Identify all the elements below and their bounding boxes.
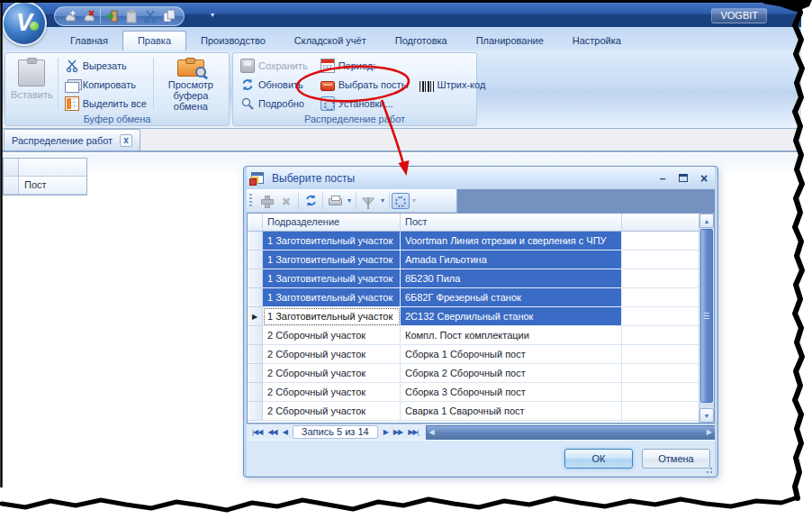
cell-filler xyxy=(622,326,699,345)
grid-row[interactable]: ▶1 Заготовительный участок2С132 Сверлиль… xyxy=(248,307,699,326)
grid-row[interactable]: 1 Заготовительный участок6Б82Г Фрезерный… xyxy=(248,288,699,307)
barcode-button[interactable]: Штрих-код xyxy=(416,76,490,94)
grid-row[interactable]: 2 Сборочный участокСборка 2 Сборочный по… xyxy=(248,364,699,383)
details-button[interactable]: Подробно xyxy=(237,95,311,112)
column-header-unit[interactable]: Подразделение xyxy=(263,214,401,232)
nav-last-icon[interactable]: ▶▶| xyxy=(405,428,420,436)
cell-unit[interactable]: 1 Заготовительный участок xyxy=(263,250,401,269)
resize-grip[interactable] xyxy=(704,465,713,474)
cell-post[interactable]: 6Б82Г Фрезерный станок xyxy=(401,288,622,307)
cell-post[interactable]: Сварка 1 Сварочный пост xyxy=(401,402,622,421)
nav-first-icon[interactable]: |◀◀ xyxy=(249,428,265,436)
scroll-up-icon[interactable]: ▲ xyxy=(699,214,714,228)
cell-post[interactable]: 8Б230 Пила xyxy=(401,269,622,288)
grid-row[interactable]: 1 Заготовительный участок8Б230 Пила xyxy=(248,269,699,288)
row-header[interactable] xyxy=(248,402,263,421)
ribbon-tab[interactable]: Настройка xyxy=(558,32,636,50)
paste-icon-small[interactable] xyxy=(123,9,139,23)
select-all-button[interactable]: Выделить все xyxy=(61,95,150,112)
minimize-icon[interactable]: – xyxy=(655,172,670,185)
row-header[interactable] xyxy=(248,269,263,288)
row-header[interactable] xyxy=(248,288,263,307)
print-dropdown-icon[interactable]: ▾ xyxy=(345,196,354,205)
nav-prev-icon[interactable]: ◀ xyxy=(280,428,290,436)
cell-unit[interactable]: 2 Сборочный участок xyxy=(263,364,401,383)
cell-unit[interactable]: 2 Сборочный участок xyxy=(263,402,401,421)
cell-post[interactable]: Voortman Линия отрезки и сверления с ЧПУ xyxy=(401,232,622,250)
scrollbar-thumb[interactable] xyxy=(700,229,713,403)
ok-button[interactable]: ОК xyxy=(564,449,633,469)
maximize-icon[interactable] xyxy=(676,172,690,185)
scroll-right-icon[interactable]: ▶ xyxy=(707,428,712,436)
grid-row[interactable]: 2 Сборочный участокСборка 3 Сборочный по… xyxy=(248,383,699,402)
cut-icon-small[interactable] xyxy=(142,9,158,23)
row-header[interactable] xyxy=(248,232,263,250)
cell-post[interactable]: Сборка 1 Сборочный пост xyxy=(401,345,622,364)
nav-next-page-icon[interactable]: ▶▶ xyxy=(391,428,405,436)
ribbon-tab[interactable]: Производство xyxy=(186,32,280,50)
qat-overflow-chevron-icon[interactable]: ▾ xyxy=(211,11,214,19)
grid-row[interactable]: 2 Сборочный участокКомпл. Пост комплекта… xyxy=(248,326,699,345)
copy-icon xyxy=(65,82,79,93)
grid-row[interactable]: 1 Заготовительный участокVoortman Линия … xyxy=(248,232,699,250)
row-header[interactable] xyxy=(248,383,263,402)
grid-row[interactable]: 1 Заготовительный участокAmada Гильотина xyxy=(248,250,699,269)
cut-button[interactable]: Вырезать xyxy=(61,57,150,74)
scroll-left-icon[interactable]: ◀ xyxy=(429,428,435,436)
filter-dropdown-icon[interactable]: ▾ xyxy=(378,196,387,205)
print-button[interactable] xyxy=(325,192,345,210)
doc-tab-close-icon[interactable]: x xyxy=(120,134,132,147)
nav-prev-page-icon[interactable]: ◀◀ xyxy=(265,428,279,436)
exit-door-icon[interactable] xyxy=(104,9,120,23)
scroll-down-icon[interactable]: ▼ xyxy=(699,408,714,423)
cell-unit[interactable]: 2 Сборочный участок xyxy=(263,345,401,364)
delete-row-button: × xyxy=(276,192,296,210)
select-posts-button[interactable]: Выбрать посты xyxy=(317,76,412,93)
doc-tab-work-distribution[interactable]: Распределение работ x xyxy=(4,129,140,150)
row-header[interactable] xyxy=(248,364,263,383)
hand-delete-icon[interactable] xyxy=(81,9,96,23)
cell-unit[interactable]: 1 Заготовительный участок xyxy=(263,269,401,288)
ribbon-tab[interactable]: Складской учёт xyxy=(280,32,381,50)
period-button[interactable]: Период: xyxy=(317,57,412,74)
row-header[interactable] xyxy=(248,345,263,364)
ribbon-tab[interactable]: Подготовка xyxy=(381,32,462,50)
hand-add-icon[interactable] xyxy=(62,9,77,23)
horizontal-scrollbar[interactable]: ◀▶ xyxy=(426,425,715,440)
toolbar-grip[interactable] xyxy=(249,194,252,208)
mini-grid-post-header[interactable]: Пост xyxy=(19,177,86,195)
cell-unit[interactable]: 1 Заготовительный участок xyxy=(263,307,401,326)
cell-unit[interactable]: 2 Сборочный участок xyxy=(263,383,401,402)
grid-row[interactable]: 2 Сборочный участокСварка 1 Сварочный по… xyxy=(248,402,699,421)
view-clipboard-button[interactable]: Просмотр буфера обмена xyxy=(157,56,225,112)
copy-button[interactable]: Копировать xyxy=(61,76,150,93)
cell-post[interactable]: Сборка 3 Сборочный пост xyxy=(401,383,622,402)
grid-row[interactable]: 2 Сборочный участокСборка 1 Сборочный по… xyxy=(248,345,699,364)
row-header[interactable] xyxy=(248,250,263,269)
grid-settings-button[interactable] xyxy=(392,193,410,209)
cancel-button[interactable]: Отмена xyxy=(642,449,710,469)
nav-next-icon[interactable]: ▶ xyxy=(381,428,391,436)
cell-unit[interactable]: 2 Сборочный участок xyxy=(263,326,401,345)
settings-button[interactable]: Установки... xyxy=(317,95,412,112)
cell-unit[interactable]: 1 Заготовительный участок xyxy=(263,232,401,250)
column-header-post[interactable]: Пост xyxy=(401,214,622,232)
refresh-button[interactable]: Обновить xyxy=(237,76,311,93)
cell-post[interactable]: Сборка 2 Сборочный пост xyxy=(401,364,622,383)
cell-post[interactable]: Amada Гильотина xyxy=(401,250,622,269)
refresh-grid-button[interactable] xyxy=(301,192,320,210)
ribbon-tab[interactable]: Планирование xyxy=(462,32,558,50)
cell-post[interactable]: Компл. Пост комплектации xyxy=(401,326,622,345)
current-row-indicator[interactable]: ▶ xyxy=(248,307,263,326)
ribbon-tab[interactable]: Главная xyxy=(56,32,122,50)
cell-filler xyxy=(622,345,699,364)
close-icon[interactable]: × xyxy=(697,172,711,185)
dialog-title-bar[interactable]: Выберите посты – × xyxy=(247,167,715,189)
cell-unit[interactable]: 1 Заготовительный участок xyxy=(263,288,401,307)
copy-icon-small[interactable] xyxy=(161,9,176,23)
paste-icon xyxy=(18,59,45,86)
ribbon-tab[interactable]: Правка xyxy=(122,31,186,50)
filter-button[interactable] xyxy=(358,192,378,210)
row-header[interactable] xyxy=(248,326,263,345)
cell-post[interactable]: 2С132 Сверлильный станок xyxy=(401,307,622,326)
